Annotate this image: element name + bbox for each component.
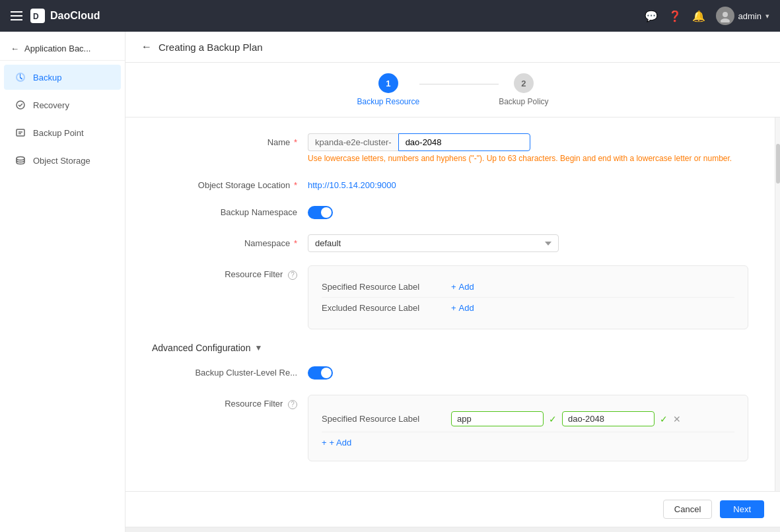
svg-point-6 (17, 157, 24, 160)
step-2-label: Backup Policy (499, 97, 548, 106)
step-1: 1 Backup Resource (357, 73, 419, 106)
advanced-config-header[interactable]: Advanced Configuration ▼ (152, 343, 748, 353)
step-line (419, 84, 499, 84)
specified-2-add-button[interactable]: + + Add (322, 438, 351, 448)
steps-container: 1 Backup Resource 2 Backup Policy (357, 73, 548, 106)
tag-dao-check-icon: ✓ (660, 414, 668, 424)
chat-icon[interactable]: 💬 (645, 9, 658, 22)
footer: Cancel Next (125, 491, 780, 527)
horizontal-scrollbar[interactable] (125, 527, 780, 532)
step-2-circle: 2 (514, 73, 534, 93)
storage-required: * (294, 180, 297, 190)
namespace-select[interactable]: default (308, 234, 559, 252)
svg-point-2 (723, 12, 728, 17)
logo-text: DaoCloud (50, 10, 100, 22)
specified-label-row: Specified Resource Label + Add (322, 277, 734, 298)
specified-add-button[interactable]: + Add (451, 282, 474, 292)
add-label-2: + Add (330, 438, 352, 448)
backup-namespace-control (308, 203, 748, 221)
namespace-label: Namespace * (152, 234, 297, 248)
resource-filter-2-box: Specified Resource Label ✓ ✓ ✕ (308, 395, 748, 461)
name-label: Name * (152, 133, 297, 147)
resource-filter-control: Specified Resource Label + Add Excluded … (308, 265, 748, 329)
step-1-label: Backup Resource (357, 97, 419, 106)
name-control: kpanda-e2e-cluster- Use lowercase letter… (308, 133, 748, 163)
backup-namespace-row: Backup Namespace (152, 203, 748, 221)
sidebar-item-backup[interactable]: Backup (4, 65, 121, 90)
tag-close-icon[interactable]: ✕ (673, 414, 681, 424)
next-button[interactable]: Next (720, 500, 764, 518)
page-title: Creating a Backup Plan (159, 42, 263, 53)
step-1-circle: 1 (378, 73, 398, 93)
svg-rect-5 (17, 129, 24, 136)
resource-filter-help-icon[interactable]: ? (288, 271, 297, 280)
notification-icon[interactable]: 🔔 (692, 9, 705, 22)
resource-filter-2-help-icon[interactable]: ? (288, 400, 297, 409)
storage-location-value: http://10.5.14.200:9000 (308, 176, 748, 190)
resource-filter-2-label: Resource Filter ? (152, 395, 297, 409)
name-required: * (294, 137, 297, 147)
name-inputs: kpanda-e2e-cluster- (308, 133, 748, 151)
tag-app-input[interactable] (451, 411, 544, 426)
backup-namespace-toggle[interactable] (308, 206, 333, 219)
excluded-add-label: Add (459, 303, 474, 313)
cluster-resource-control (308, 364, 748, 382)
step-1-number: 1 (386, 79, 390, 88)
cluster-resource-toggle[interactable] (308, 366, 333, 380)
recovery-icon (15, 99, 26, 111)
user-menu[interactable]: admin ▾ (716, 7, 769, 25)
header: D DaoCloud 💬 ❓ 🔔 admin ▾ (0, 0, 780, 32)
steps-area: 1 Backup Resource 2 Backup Policy (125, 63, 780, 117)
name-input[interactable] (398, 133, 530, 151)
page-header: ← Creating a Backup Plan (125, 32, 780, 63)
cluster-resource-label: Backup Cluster-Level Re... (152, 364, 297, 378)
name-prefix: kpanda-e2e-cluster- (308, 133, 398, 151)
username: admin (738, 11, 762, 21)
step-2: 2 Backup Policy (499, 73, 548, 106)
specified-label-2-row: Specified Resource Label ✓ ✓ ✕ (322, 406, 734, 432)
backup-namespace-label: Backup Namespace (152, 203, 297, 217)
namespace-required: * (294, 238, 297, 248)
storage-location-row: Object Storage Location * http://10.5.14… (152, 176, 748, 190)
sidebar-back[interactable]: ← Application Bac... (0, 37, 125, 61)
resource-filter-label: Resource Filter ? (152, 265, 297, 280)
sidebar-item-backup-label: Backup (33, 73, 61, 83)
resource-filter-box: Specified Resource Label + Add Excluded … (308, 265, 748, 329)
sidebar-item-recovery-label: Recovery (33, 100, 69, 110)
excluded-label-row: Excluded Resource Label + Add (322, 298, 734, 318)
namespace-control: default (308, 234, 748, 252)
collapse-arrow-icon: ▼ (254, 343, 262, 352)
add-label: Add (459, 282, 474, 292)
sidebar: ← Application Bac... Backup Recovery Bac… (0, 32, 125, 532)
form-area-wrapper: Name * kpanda-e2e-cluster- Use lowercase… (125, 117, 780, 491)
menu-icon[interactable] (11, 11, 22, 20)
plus-icon: + (451, 282, 456, 292)
help-icon[interactable]: ❓ (668, 9, 682, 22)
sidebar-item-object-storage[interactable]: Object Storage (4, 148, 121, 173)
sidebar-item-recovery[interactable]: Recovery (4, 92, 121, 117)
back-arrow-icon: ← (11, 44, 19, 53)
header-left: D DaoCloud (11, 9, 100, 23)
backup-icon (15, 71, 26, 83)
storage-location-label: Object Storage Location * (152, 176, 297, 190)
excluded-add-button[interactable]: + Add (451, 303, 474, 313)
cancel-button[interactable]: Cancel (663, 500, 712, 519)
right-scrollbar[interactable] (775, 117, 780, 491)
sidebar-item-object-storage-label: Object Storage (33, 156, 90, 166)
form-area: Name * kpanda-e2e-cluster- Use lowercase… (125, 117, 775, 491)
page-back-arrow[interactable]: ← (141, 41, 152, 53)
tag-input-group: ✓ ✓ ✕ (451, 411, 681, 426)
header-right: 💬 ❓ 🔔 admin ▾ (645, 7, 769, 25)
name-row: Name * kpanda-e2e-cluster- Use lowercase… (152, 133, 748, 163)
svg-text:D: D (33, 12, 39, 21)
backup-point-icon (15, 127, 26, 139)
sidebar-item-backup-point[interactable]: Backup Point (4, 120, 121, 145)
plus-icon-2: + (322, 438, 327, 448)
tag-dao-input[interactable] (562, 411, 655, 426)
specified-label: Specified Resource Label (322, 282, 441, 292)
avatar (716, 7, 734, 25)
excluded-label: Excluded Resource Label (322, 303, 441, 313)
content-body: 1 Backup Resource 2 Backup Policy (125, 63, 780, 532)
sidebar-item-backup-point-label: Backup Point (33, 128, 84, 138)
storage-location-control: http://10.5.14.200:9000 (308, 176, 748, 190)
